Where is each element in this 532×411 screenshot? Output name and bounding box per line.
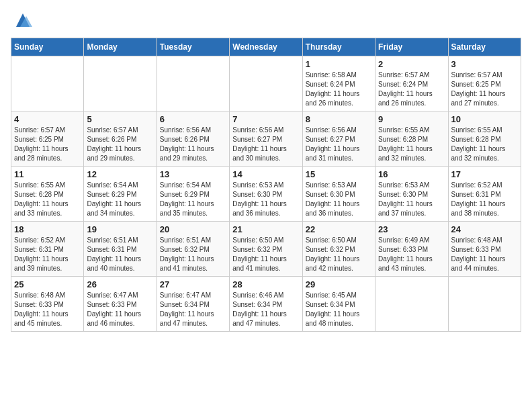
calendar-cell: 19Sunrise: 6:51 AM Sunset: 6:31 PM Dayli… xyxy=(84,222,157,277)
day-number: 12 xyxy=(87,169,153,179)
day-info: Sunrise: 6:45 AM Sunset: 6:34 PM Dayligh… xyxy=(306,291,372,328)
day-number: 26 xyxy=(87,279,153,289)
calendar-cell: 22Sunrise: 6:50 AM Sunset: 6:32 PM Dayli… xyxy=(302,222,375,277)
day-info: Sunrise: 6:57 AM Sunset: 6:25 PM Dayligh… xyxy=(451,71,518,108)
day-number: 15 xyxy=(306,169,372,179)
calendar-cell xyxy=(375,277,448,332)
day-number: 4 xyxy=(14,114,81,124)
weekday-header-thursday: Thursday xyxy=(302,38,375,56)
day-info: Sunrise: 6:54 AM Sunset: 6:29 PM Dayligh… xyxy=(160,181,226,218)
calendar-cell: 1Sunrise: 6:58 AM Sunset: 6:24 PM Daylig… xyxy=(302,56,375,111)
day-number: 19 xyxy=(87,224,153,234)
calendar-cell: 4Sunrise: 6:57 AM Sunset: 6:25 PM Daylig… xyxy=(11,111,84,167)
day-info: Sunrise: 6:57 AM Sunset: 6:26 PM Dayligh… xyxy=(87,126,153,163)
calendar-cell: 28Sunrise: 6:46 AM Sunset: 6:34 PM Dayli… xyxy=(230,277,302,332)
calendar-cell: 8Sunrise: 6:56 AM Sunset: 6:27 PM Daylig… xyxy=(302,111,375,167)
day-info: Sunrise: 6:48 AM Sunset: 6:33 PM Dayligh… xyxy=(451,236,518,273)
weekday-header-wednesday: Wednesday xyxy=(230,38,302,56)
weekday-header-sunday: Sunday xyxy=(11,38,84,56)
calendar-cell xyxy=(230,56,302,111)
calendar-cell: 16Sunrise: 6:53 AM Sunset: 6:30 PM Dayli… xyxy=(375,167,448,222)
day-number: 28 xyxy=(232,279,299,289)
day-number: 23 xyxy=(378,224,445,234)
day-info: Sunrise: 6:46 AM Sunset: 6:34 PM Dayligh… xyxy=(232,291,299,328)
calendar-cell: 25Sunrise: 6:48 AM Sunset: 6:33 PM Dayli… xyxy=(11,277,84,332)
day-info: Sunrise: 6:57 AM Sunset: 6:24 PM Dayligh… xyxy=(378,71,445,108)
day-number: 22 xyxy=(306,224,372,234)
day-info: Sunrise: 6:56 AM Sunset: 6:26 PM Dayligh… xyxy=(160,126,226,163)
calendar-cell: 29Sunrise: 6:45 AM Sunset: 6:34 PM Dayli… xyxy=(302,277,375,332)
calendar-week-row: 18Sunrise: 6:52 AM Sunset: 6:31 PM Dayli… xyxy=(11,222,521,277)
calendar-cell: 10Sunrise: 6:55 AM Sunset: 6:28 PM Dayli… xyxy=(448,111,521,167)
logo xyxy=(11,11,32,30)
day-info: Sunrise: 6:51 AM Sunset: 6:31 PM Dayligh… xyxy=(87,236,153,273)
calendar-table: SundayMondayTuesdayWednesdayThursdayFrid… xyxy=(11,38,521,332)
day-info: Sunrise: 6:53 AM Sunset: 6:30 PM Dayligh… xyxy=(232,181,299,218)
calendar-week-row: 4Sunrise: 6:57 AM Sunset: 6:25 PM Daylig… xyxy=(11,111,521,167)
day-number: 21 xyxy=(232,224,299,234)
calendar-cell: 21Sunrise: 6:50 AM Sunset: 6:32 PM Dayli… xyxy=(230,222,302,277)
logo-icon xyxy=(13,11,32,30)
day-info: Sunrise: 6:56 AM Sunset: 6:27 PM Dayligh… xyxy=(232,126,299,163)
day-number: 27 xyxy=(160,279,226,289)
day-number: 16 xyxy=(378,169,445,179)
weekday-header-friday: Friday xyxy=(375,38,448,56)
day-info: Sunrise: 6:50 AM Sunset: 6:32 PM Dayligh… xyxy=(306,236,372,273)
day-number: 18 xyxy=(14,224,81,234)
calendar-cell: 13Sunrise: 6:54 AM Sunset: 6:29 PM Dayli… xyxy=(157,167,229,222)
calendar-cell: 24Sunrise: 6:48 AM Sunset: 6:33 PM Dayli… xyxy=(448,222,521,277)
calendar-cell: 23Sunrise: 6:49 AM Sunset: 6:33 PM Dayli… xyxy=(375,222,448,277)
calendar-week-row: 1Sunrise: 6:58 AM Sunset: 6:24 PM Daylig… xyxy=(11,56,521,111)
day-number: 3 xyxy=(451,59,518,69)
day-info: Sunrise: 6:55 AM Sunset: 6:28 PM Dayligh… xyxy=(451,126,518,163)
day-info: Sunrise: 6:53 AM Sunset: 6:30 PM Dayligh… xyxy=(378,181,445,218)
day-info: Sunrise: 6:57 AM Sunset: 6:25 PM Dayligh… xyxy=(14,126,81,163)
day-number: 8 xyxy=(306,114,372,124)
calendar-cell xyxy=(84,56,157,111)
weekday-header-saturday: Saturday xyxy=(448,38,521,56)
calendar-cell: 5Sunrise: 6:57 AM Sunset: 6:26 PM Daylig… xyxy=(84,111,157,167)
day-number: 17 xyxy=(451,169,518,179)
day-number: 9 xyxy=(378,114,445,124)
calendar-cell xyxy=(11,56,84,111)
day-info: Sunrise: 6:51 AM Sunset: 6:32 PM Dayligh… xyxy=(160,236,226,273)
weekday-header-tuesday: Tuesday xyxy=(157,38,229,56)
calendar-cell: 17Sunrise: 6:52 AM Sunset: 6:31 PM Dayli… xyxy=(448,167,521,222)
calendar-cell: 20Sunrise: 6:51 AM Sunset: 6:32 PM Dayli… xyxy=(157,222,229,277)
weekday-header-monday: Monday xyxy=(84,38,157,56)
day-info: Sunrise: 6:50 AM Sunset: 6:32 PM Dayligh… xyxy=(232,236,299,273)
day-number: 25 xyxy=(14,279,81,289)
header xyxy=(11,11,521,30)
calendar-week-row: 25Sunrise: 6:48 AM Sunset: 6:33 PM Dayli… xyxy=(11,277,521,332)
day-number: 20 xyxy=(160,224,226,234)
calendar-cell xyxy=(157,56,229,111)
day-info: Sunrise: 6:56 AM Sunset: 6:27 PM Dayligh… xyxy=(306,126,372,163)
day-info: Sunrise: 6:52 AM Sunset: 6:31 PM Dayligh… xyxy=(451,181,518,218)
calendar-cell: 2Sunrise: 6:57 AM Sunset: 6:24 PM Daylig… xyxy=(375,56,448,111)
day-info: Sunrise: 6:49 AM Sunset: 6:33 PM Dayligh… xyxy=(378,236,445,273)
calendar-cell: 6Sunrise: 6:56 AM Sunset: 6:26 PM Daylig… xyxy=(157,111,229,167)
day-number: 1 xyxy=(306,59,372,69)
day-info: Sunrise: 6:47 AM Sunset: 6:33 PM Dayligh… xyxy=(87,291,153,328)
day-info: Sunrise: 6:47 AM Sunset: 6:34 PM Dayligh… xyxy=(160,291,226,328)
calendar-week-row: 11Sunrise: 6:55 AM Sunset: 6:28 PM Dayli… xyxy=(11,167,521,222)
day-info: Sunrise: 6:52 AM Sunset: 6:31 PM Dayligh… xyxy=(14,236,81,273)
calendar-cell: 9Sunrise: 6:55 AM Sunset: 6:28 PM Daylig… xyxy=(375,111,448,167)
day-number: 24 xyxy=(451,224,518,234)
day-number: 7 xyxy=(232,114,299,124)
calendar-cell: 26Sunrise: 6:47 AM Sunset: 6:33 PM Dayli… xyxy=(84,277,157,332)
calendar-cell: 12Sunrise: 6:54 AM Sunset: 6:29 PM Dayli… xyxy=(84,167,157,222)
day-number: 11 xyxy=(14,169,81,179)
day-info: Sunrise: 6:54 AM Sunset: 6:29 PM Dayligh… xyxy=(87,181,153,218)
weekday-header-row: SundayMondayTuesdayWednesdayThursdayFrid… xyxy=(11,38,521,56)
day-number: 14 xyxy=(232,169,299,179)
calendar-cell: 7Sunrise: 6:56 AM Sunset: 6:27 PM Daylig… xyxy=(230,111,302,167)
day-info: Sunrise: 6:55 AM Sunset: 6:28 PM Dayligh… xyxy=(378,126,445,163)
calendar-cell: 14Sunrise: 6:53 AM Sunset: 6:30 PM Dayli… xyxy=(230,167,302,222)
day-number: 29 xyxy=(306,279,372,289)
day-info: Sunrise: 6:48 AM Sunset: 6:33 PM Dayligh… xyxy=(14,291,81,328)
calendar-cell: 3Sunrise: 6:57 AM Sunset: 6:25 PM Daylig… xyxy=(448,56,521,111)
day-number: 13 xyxy=(160,169,226,179)
day-number: 2 xyxy=(378,59,445,69)
calendar-cell: 27Sunrise: 6:47 AM Sunset: 6:34 PM Dayli… xyxy=(157,277,229,332)
